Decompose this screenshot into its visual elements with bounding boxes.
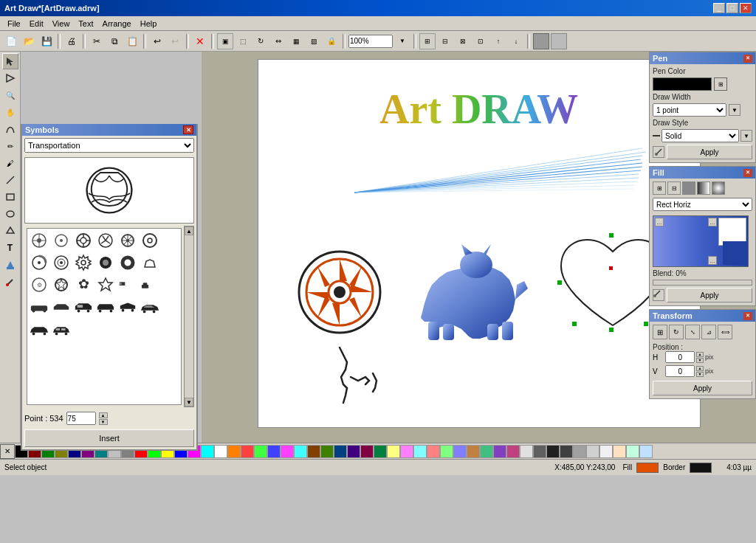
menu-arrange[interactable]: Arrange [98, 18, 136, 29]
symbol-item[interactable] [140, 297, 160, 317]
symbol-item[interactable] [95, 230, 116, 251]
copy-button[interactable]: ⧉ [106, 33, 123, 49]
group-button[interactable]: ▦ [288, 33, 304, 49]
color-swatch-item[interactable] [281, 445, 294, 458]
ungroup-button[interactable]: ▧ [306, 33, 322, 49]
fill-grid-icon[interactable]: ⊞ [653, 181, 666, 195]
rect-tool[interactable] [2, 189, 18, 205]
color-swatch-item[interactable] [560, 445, 573, 458]
color-swatch-item[interactable] [427, 445, 440, 458]
pen-apply-button[interactable]: Apply [667, 145, 752, 159]
close-button[interactable]: ✕ [740, 3, 752, 13]
text-tool[interactable]: T [2, 240, 18, 256]
color-swatch-item[interactable] [639, 445, 653, 458]
symbol-item[interactable] [73, 297, 94, 317]
v-up[interactable]: ▲ [696, 366, 704, 371]
transform-skew-icon[interactable]: ⊿ [701, 325, 716, 339]
point-up[interactable]: ▲ [99, 412, 108, 418]
fill-more-btn-1[interactable]: … [655, 218, 664, 226]
color-swatch-item[interactable] [520, 445, 533, 458]
maximize-button[interactable]: □ [726, 3, 738, 13]
color-swatch-item[interactable] [267, 445, 281, 458]
symbol-item[interactable] [51, 319, 72, 339]
fill-radial-icon[interactable] [712, 181, 725, 195]
pen-color-grid[interactable]: ⊞ [714, 77, 727, 91]
fill-blue-stop[interactable] [723, 241, 746, 265]
transform-move-icon[interactable]: ⊞ [653, 325, 667, 339]
symbols-category-select[interactable]: Transportation [24, 138, 194, 153]
symbol-item[interactable] [117, 230, 138, 251]
color-swatch-item[interactable] [453, 445, 467, 458]
fill-eyedropper-icon[interactable] [653, 289, 664, 301]
point-value-input[interactable] [66, 412, 96, 425]
color-swatch-item[interactable] [546, 445, 560, 458]
h-down[interactable]: ▼ [696, 358, 704, 363]
color-swatch-item[interactable] [467, 445, 480, 458]
redo-button[interactable]: ↩ [167, 33, 183, 49]
color-swatch-item[interactable] [613, 445, 626, 458]
h-up[interactable]: ▲ [696, 352, 704, 357]
grid-toggle-button[interactable]: ⊞ [419, 33, 436, 49]
drawing-canvas[interactable]: Art DRAW [258, 59, 701, 428]
symbol-item[interactable] [51, 252, 72, 273]
minimize-button[interactable]: _ [713, 3, 725, 13]
symbol-item[interactable] [29, 230, 49, 251]
h-value-input[interactable] [665, 351, 695, 363]
transform-scale-icon[interactable]: ⤡ [685, 325, 700, 339]
symbol-item[interactable] [95, 252, 116, 273]
scroll-up[interactable]: ▲ [185, 226, 193, 235]
menu-file[interactable]: File [3, 18, 25, 29]
new-button[interactable]: 📄 [3, 33, 19, 49]
brush-tool[interactable]: 🖌 [2, 155, 18, 171]
symbol-item[interactable] [51, 230, 72, 251]
fill-type-select[interactable]: Rect Horiz Solid Radial [653, 198, 752, 211]
v-down[interactable]: ▼ [696, 372, 704, 377]
select-free-button[interactable]: ⬚ [235, 33, 251, 49]
select-rect-button[interactable]: ▣ [217, 33, 233, 49]
color-swatch-item[interactable] [533, 445, 546, 458]
print-button[interactable]: 🖨 [63, 33, 80, 49]
transform-apply-button[interactable]: Apply [653, 381, 752, 395]
symbol-item[interactable] [140, 252, 160, 273]
color-swatch-item[interactable] [586, 445, 599, 458]
style-expand[interactable]: ▼ [740, 130, 752, 142]
color-swatch-item[interactable] [599, 445, 613, 458]
zoom-dropdown-button[interactable]: ▼ [394, 33, 410, 49]
pen-panel-close[interactable]: ✕ [743, 55, 752, 63]
color-swatch-item[interactable] [506, 445, 520, 458]
symbol-item[interactable] [51, 274, 72, 295]
symbol-item[interactable] [51, 297, 72, 317]
draw-width-select[interactable]: 1 point [653, 103, 726, 117]
transform-panel-close[interactable]: ✕ [743, 312, 752, 320]
scroll-down[interactable]: ▼ [185, 398, 193, 407]
color-swatch-item[interactable] [294, 445, 307, 458]
symbol-item[interactable] [73, 230, 94, 251]
gray-btn-2[interactable] [551, 33, 567, 49]
fill-tool[interactable] [2, 257, 18, 273]
rotate-button[interactable]: ↻ [252, 33, 269, 49]
delete-button[interactable]: ✕ [192, 33, 208, 49]
align-button[interactable]: ⊠ [455, 33, 471, 49]
fill-gradient-icon[interactable] [697, 181, 710, 195]
symbol-item[interactable] [29, 319, 49, 339]
symbol-item[interactable] [73, 252, 94, 273]
symbol-item[interactable] [117, 274, 138, 295]
symbol-item[interactable] [95, 297, 116, 317]
color-swatch-item[interactable] [320, 445, 334, 458]
undo-button[interactable]: ↩ [149, 33, 165, 49]
menu-text[interactable]: Text [74, 18, 97, 29]
symbol-item[interactable] [29, 252, 49, 273]
color-swatch-item[interactable] [480, 445, 493, 458]
color-swatch-item[interactable] [334, 445, 347, 458]
pen-color-swatch[interactable] [653, 77, 712, 91]
color-swatch-item[interactable] [374, 445, 387, 458]
pan-tool[interactable]: ✋ [2, 104, 18, 120]
no-color-swatch[interactable]: ✕ [0, 444, 15, 459]
ellipse-tool[interactable] [2, 206, 18, 222]
distribute-button[interactable]: ⊡ [472, 33, 489, 49]
transform-rotate-icon[interactable]: ↻ [669, 325, 684, 339]
symbols-close-button[interactable]: ✕ [183, 125, 193, 134]
blend-slider[interactable] [653, 280, 752, 286]
snap-button[interactable]: ⊟ [437, 33, 453, 49]
point-down[interactable]: ▼ [99, 419, 108, 425]
